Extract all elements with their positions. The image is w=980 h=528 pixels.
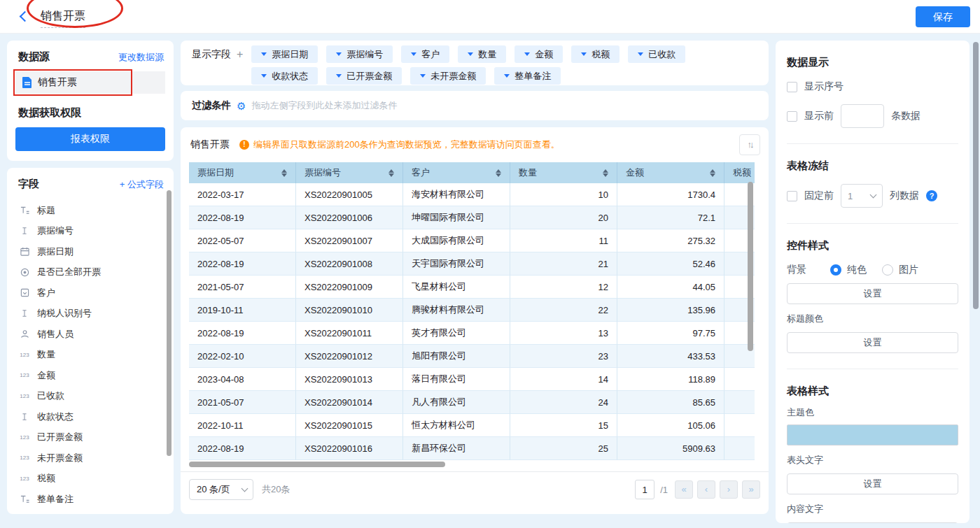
display-fields-label: 显示字段 [192, 48, 231, 61]
title-color-set-button[interactable]: 设置 [787, 332, 958, 353]
field-item[interactable]: 123已收款 [18, 386, 164, 407]
number-field-icon: 123 [18, 352, 31, 358]
data-display-heading: 数据显示 [787, 56, 958, 69]
table-cell: 大成国际有限公司 [403, 229, 510, 252]
table-row: 2022-08-19XS20220901016新昌环保公司255909.63 [189, 437, 755, 460]
field-item[interactable]: 123金额 [18, 365, 164, 386]
row-limit-input[interactable] [841, 104, 884, 128]
page-scrollbar[interactable] [973, 42, 979, 309]
display-field-chip[interactable]: 税额 [571, 45, 620, 63]
chip-label: 未开票金额 [430, 70, 476, 83]
show-index-checkbox[interactable] [787, 82, 797, 92]
field-item[interactable]: 票据编号 [18, 221, 164, 242]
style-panel: 数据显示 显示序号 显示前 条数据 表格冻结 固定前 1 列数据 ? 控件样式 … [776, 41, 969, 523]
display-field-chip[interactable]: 客户 [401, 45, 449, 63]
page-number-input[interactable] [635, 480, 654, 499]
last-page-button[interactable]: » [742, 480, 760, 499]
column-header[interactable]: 客户 [403, 162, 510, 183]
display-field-chip[interactable]: 金额 [514, 45, 563, 63]
column-header[interactable]: 票据日期 [189, 162, 296, 183]
table-cell: 凡人有限公司 [403, 391, 510, 414]
table-cell: 2022-08-19 [189, 322, 296, 345]
table-vertical-scrollbar[interactable] [748, 182, 753, 351]
chip-label: 已开票金额 [346, 70, 392, 83]
table-cell [724, 414, 755, 437]
field-item[interactable]: 收款状态 [18, 406, 164, 427]
table-cell [724, 437, 755, 460]
display-field-chip[interactable]: 整单备注 [494, 67, 561, 85]
freeze-checkbox[interactable] [787, 191, 797, 201]
column-header[interactable]: 税额 [724, 162, 755, 183]
report-permission-button[interactable]: 报表权限 [15, 127, 165, 151]
sort-order-icon[interactable]: ↑↓ [739, 134, 760, 155]
solid-color-radio[interactable] [830, 264, 841, 276]
datasource-item[interactable]: 销售开票 [15, 71, 165, 94]
change-datasource-link[interactable]: 更改数据源 [118, 51, 164, 64]
preview-table: 票据日期票据编号客户数量金额税额2022-03-17XS20220901005海… [189, 162, 755, 460]
show-first-prefix: 显示前 [804, 110, 834, 122]
field-item[interactable]: 123未开票金额 [18, 448, 164, 469]
sort-icon[interactable] [496, 169, 501, 177]
back-icon[interactable] [20, 11, 31, 22]
freeze-suffix: 列数据 [890, 190, 919, 202]
prev-page-button[interactable]: ‹ [697, 480, 715, 499]
pagination-bar: 20 条/页 共20条 /1 « ‹ › » [189, 476, 760, 504]
table-horizontal-scrollbar[interactable] [189, 462, 445, 467]
display-field-chip[interactable]: 票据日期 [251, 45, 318, 63]
caret-down-icon [336, 52, 342, 56]
text-field-icon [18, 413, 31, 421]
freeze-count-select[interactable]: 1 [841, 184, 883, 208]
fields-scrollbar[interactable] [167, 190, 172, 456]
image-radio[interactable] [882, 264, 893, 276]
field-list: 标题票据编号票据日期是否已全部开票客户纳税人识别号销售人员123数量123金额1… [18, 200, 164, 510]
field-item[interactable]: 123数量 [18, 345, 164, 366]
column-header[interactable]: 数量 [510, 162, 617, 183]
display-field-chip[interactable]: 已开票金额 [326, 67, 402, 85]
sort-icon[interactable] [710, 169, 715, 177]
table-cell: XS20220901005 [296, 183, 403, 206]
field-item[interactable]: 123税额 [18, 469, 164, 490]
table-cell: 24 [510, 391, 617, 414]
theme-color-swatch[interactable] [787, 424, 958, 445]
caret-down-icon [336, 74, 342, 78]
gear-icon[interactable]: ⚙ [237, 101, 246, 111]
display-field-chip[interactable]: 数量 [458, 45, 506, 63]
filter-panel: 过滤条件 ⚙ 拖动左侧字段到此处来添加过滤条件 [181, 91, 769, 120]
column-header[interactable]: 金额 [617, 162, 724, 183]
table-row: 2022-02-10XS20220901012旭阳有限公司23433.53 [189, 345, 755, 368]
first-page-button[interactable]: « [675, 480, 693, 499]
longtext-field-icon [18, 206, 31, 215]
field-item[interactable]: 是否已全部开票 [18, 262, 164, 283]
field-item[interactable]: 纳税人识别号 [18, 304, 164, 324]
field-item-label: 已开票金额 [37, 431, 83, 443]
content-text-set-button[interactable]: 设置 [787, 522, 958, 523]
display-field-chip[interactable]: 已收款 [628, 45, 685, 63]
show-first-checkbox[interactable] [787, 111, 797, 122]
page-size-select[interactable]: 20 条/页 [189, 479, 253, 500]
add-formula-field-link[interactable]: + 公式字段 [120, 178, 164, 191]
field-item[interactable]: 销售人员 [18, 324, 164, 345]
sort-icon[interactable] [603, 169, 608, 177]
field-item[interactable]: 票据日期 [18, 241, 164, 262]
sort-icon[interactable] [388, 169, 394, 177]
save-button[interactable]: 保存 [916, 6, 970, 27]
sort-icon[interactable] [281, 169, 287, 177]
field-item-label: 收款状态 [37, 411, 74, 423]
field-item[interactable]: 整单备注 [18, 489, 164, 510]
header-text-set-button[interactable]: 设置 [787, 473, 958, 494]
field-item[interactable]: 标题 [18, 200, 164, 221]
header-text-label: 表头文字 [787, 454, 958, 466]
next-page-button[interactable]: › [720, 480, 738, 499]
add-display-field-button[interactable]: + [237, 48, 243, 61]
field-item[interactable]: 123已开票金额 [18, 427, 164, 448]
display-field-chip[interactable]: 收款状态 [251, 67, 318, 85]
field-item-label: 是否已全部开票 [37, 266, 101, 278]
display-field-chip[interactable]: 未开票金额 [410, 67, 486, 85]
column-header[interactable]: 票据编号 [296, 162, 403, 183]
help-icon[interactable]: ? [926, 190, 937, 201]
table-cell: 22 [510, 299, 617, 322]
display-field-chip[interactable]: 票据编号 [326, 45, 393, 63]
field-item[interactable]: 客户 [18, 283, 164, 304]
table-cell: 15 [510, 414, 617, 437]
background-set-button[interactable]: 设置 [787, 283, 958, 304]
